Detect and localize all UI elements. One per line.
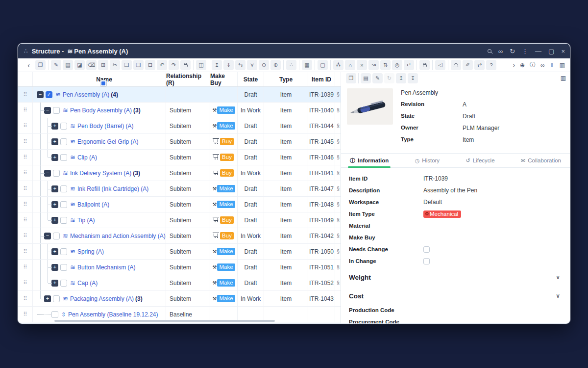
item-name-link[interactable]: Button Mechanism (A) — [77, 264, 136, 271]
row-checkbox[interactable] — [60, 154, 67, 161]
refresh-button[interactable]: ↻ — [510, 48, 515, 54]
database-settings-button[interactable]: ◫ — [196, 60, 206, 70]
relationship-clip-icon[interactable]: § — [337, 249, 340, 254]
markup-button[interactable]: ✐ — [463, 60, 473, 70]
relationship-clip-icon[interactable]: § — [337, 264, 340, 270]
info-button[interactable]: ⓘ — [530, 61, 536, 69]
copy-button[interactable]: ❏ — [122, 60, 132, 70]
header-type[interactable]: Type — [264, 72, 308, 86]
drag-handle-icon[interactable]: ⠿ — [23, 170, 27, 176]
drag-handle-icon[interactable]: ⠿ — [23, 91, 27, 98]
table-row[interactable]: ⠿+≋Cap (A)Subitem⚒MakeDraftItemITR-1052§ — [18, 275, 341, 291]
field-checkbox[interactable] — [423, 246, 430, 253]
row-checkbox[interactable] — [60, 248, 67, 255]
collapse-button[interactable]: − — [37, 91, 44, 98]
chevron-down-icon[interactable]: ∨ — [556, 292, 562, 299]
expand-button[interactable]: + — [51, 248, 58, 255]
search-button[interactable] — [488, 49, 491, 53]
erase-button[interactable]: ◪ — [74, 60, 85, 70]
share-nodes-button[interactable]: ∴ — [286, 60, 296, 70]
tab-information[interactable]: ⓘInformation — [348, 154, 391, 167]
minimize-button[interactable]: — — [535, 48, 541, 54]
item-name-link[interactable]: Ink Delivery System (A)(3) — [70, 170, 140, 177]
insert-below-button[interactable]: ↧ — [223, 60, 234, 70]
open-in-new-button[interactable]: ❐ — [346, 73, 356, 83]
table-row[interactable]: ⠿−✓≋Pen Assembly (A)(4)DraftItemITR-1039… — [18, 87, 341, 103]
expand-right-button[interactable]: › — [513, 62, 515, 69]
relationship-clip-icon[interactable]: § — [337, 280, 340, 286]
chevron-down-icon[interactable]: ∨ — [556, 274, 562, 281]
open-in-new-button[interactable]: ❐ — [35, 60, 46, 70]
more-button[interactable]: ⋮ — [522, 48, 528, 54]
expand-button[interactable]: + — [51, 201, 58, 208]
row-checkbox[interactable] — [60, 201, 67, 208]
expand-button[interactable]: + — [51, 138, 58, 145]
close-button[interactable]: × — [561, 48, 565, 54]
row-checkbox[interactable] — [60, 123, 67, 130]
horizontal-scrollbar[interactable] — [54, 320, 275, 322]
row-checkbox[interactable] — [51, 311, 58, 318]
table-row[interactable]: ⠿+≋Packaging Assembly (A)(3)Subitem⚒Make… — [18, 291, 341, 307]
collapse-button[interactable]: − — [44, 233, 51, 239]
table-settings-button[interactable]: ▦ — [302, 60, 312, 70]
item-name-link[interactable]: Pen Assembly (Baseline 19.12.24) — [68, 311, 158, 318]
item-name-link[interactable]: Clip (A) — [77, 154, 97, 161]
drag-handle-icon[interactable]: ⠿ — [23, 123, 27, 129]
header-relationship[interactable]: Relationship (R) — [166, 72, 210, 86]
drag-handle-icon[interactable]: ⠿ — [23, 280, 27, 286]
row-checkbox[interactable] — [53, 107, 60, 114]
expand-button[interactable]: + — [51, 217, 58, 224]
add-node-button[interactable]: ⊕ — [270, 60, 281, 70]
item-name-link[interactable]: Pen Body Assembly (A)(3) — [70, 107, 141, 114]
expand-button[interactable]: + — [44, 295, 51, 302]
select-all-checkbox[interactable] — [100, 80, 107, 87]
drag-handle-icon[interactable]: ⠿ — [23, 217, 27, 223]
relationship-clip-icon[interactable]: § — [337, 123, 340, 129]
header-state[interactable]: State — [238, 72, 264, 86]
copy-add-button[interactable]: ⊞ — [98, 60, 108, 70]
field-checkbox[interactable] — [423, 258, 430, 264]
refresh-button[interactable]: ↻ — [384, 73, 394, 83]
remove-button[interactable]: × — [357, 60, 367, 70]
hierarchy-button[interactable]: ⌂ — [345, 60, 355, 70]
relationship-clip-icon[interactable]: § — [337, 217, 340, 223]
collapse-button[interactable]: − — [44, 107, 51, 114]
collapse-button[interactable]: − — [44, 170, 51, 177]
relationship-clip-icon[interactable]: § — [337, 233, 340, 238]
row-checkbox[interactable]: ✓ — [46, 91, 52, 98]
columns-button[interactable]: ▥ — [560, 62, 565, 69]
expand-button[interactable]: + — [51, 154, 58, 161]
row-checkbox[interactable] — [53, 295, 60, 302]
table-row[interactable]: ⠿+≋Ergonomic Gel Grip (A)SubitemBuyDraft… — [18, 134, 341, 150]
relationship-clip-icon[interactable]: § — [337, 92, 340, 97]
table-row[interactable]: ⠿−≋Mechanism and Action Assembly (A)(3)S… — [18, 228, 341, 244]
row-checkbox[interactable] — [60, 138, 67, 145]
row-checkbox[interactable] — [60, 185, 67, 192]
lock-button[interactable] — [180, 60, 191, 70]
item-name-link[interactable]: Spring (A) — [77, 248, 104, 255]
item-name-link[interactable]: Ink Refill (Ink Cartridge) (A) — [77, 185, 148, 192]
header-name[interactable]: Name — [33, 72, 166, 86]
table-row[interactable]: ⠿−≋Ink Delivery System (A)(3)SubitemBuyI… — [18, 165, 341, 181]
drag-handle-icon[interactable]: ⠿ — [23, 233, 27, 239]
replace-button[interactable]: ⇄ — [474, 60, 485, 70]
row-checkbox[interactable] — [53, 233, 60, 239]
reorder-button[interactable]: ⇅ — [380, 60, 391, 70]
merge-button[interactable]: Ω — [259, 60, 269, 70]
table-row[interactable]: ⠿−≋Pen Body Assembly (A)(3)Subitem⚒MakeI… — [18, 103, 341, 118]
drag-handle-icon[interactable]: ⠿ — [23, 264, 27, 270]
edit-button[interactable]: ✎ — [372, 73, 383, 83]
expand-button[interactable]: + — [51, 264, 58, 271]
paste-button[interactable]: ⊟ — [145, 60, 155, 70]
back-button[interactable]: ‹ — [24, 60, 34, 70]
edit-button[interactable]: ✎ — [51, 60, 61, 70]
header-item-id[interactable]: Item ID — [308, 72, 335, 86]
upload-button[interactable]: ↥ — [396, 73, 406, 83]
row-checkbox[interactable] — [60, 264, 67, 271]
locate-button[interactable]: ◎ — [392, 60, 402, 70]
add-circle-button[interactable]: ⊕ — [520, 62, 525, 69]
drag-handle-icon[interactable]: ⠿ — [23, 154, 27, 160]
export-button[interactable]: ⇧ — [550, 62, 555, 69]
header-make-buy[interactable]: Make Buy — [210, 72, 238, 86]
tab-collaboration[interactable]: ✉Collaboration — [519, 154, 563, 167]
